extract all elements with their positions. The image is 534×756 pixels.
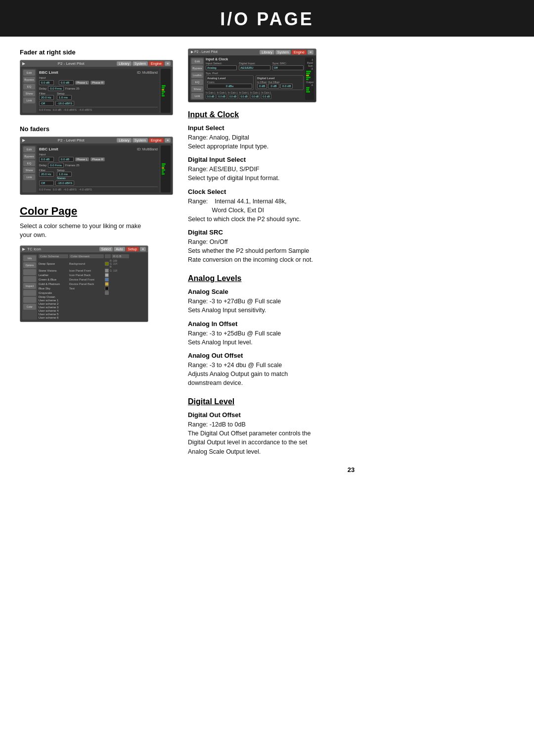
color-side-5[interactable]	[23, 290, 36, 296]
color-side-2[interactable]: Options	[23, 262, 36, 268]
sidebar-show[interactable]: Show	[23, 91, 35, 96]
io-doffset-value: 0.0 dB	[280, 84, 293, 89]
scheme-user5[interactable]: User scheme 5	[39, 313, 68, 316]
scheme-blue-sky[interactable]: Blue Sky	[39, 287, 68, 290]
color-side-3[interactable]	[23, 269, 36, 275]
sidebar-link-2[interactable]: Link	[23, 174, 35, 180]
scheme-deep-space[interactable]: Deep Space	[39, 262, 68, 265]
io-digital-label: Digital Input:	[239, 62, 270, 65]
nav-engine-1[interactable]: Engine	[149, 61, 164, 66]
nav-system-1[interactable]: System	[133, 61, 148, 66]
device-body-2: Edit Bypass EQ Show Link BBC Limit ID: M…	[20, 143, 173, 194]
swatch-6	[105, 286, 109, 290]
io-nav-engine[interactable]: Engine	[292, 50, 307, 54]
color-row-user3: User scheme 3	[39, 306, 146, 309]
color-row-user4: User scheme 4	[39, 309, 146, 312]
frames-label-2: Frames 25	[65, 164, 80, 167]
sidebar-edit[interactable]: Edit	[23, 70, 35, 76]
nav-fader-1[interactable]: ≡	[165, 61, 171, 66]
color-row-1: Deep Space Background R: 109G: 114B:	[39, 259, 146, 268]
scheme-user4[interactable]: User scheme 4	[39, 309, 68, 312]
color-side-4[interactable]	[23, 276, 36, 282]
sidebar-eq-2[interactable]: EQ	[23, 160, 35, 166]
nav-system-2[interactable]: System	[133, 138, 148, 142]
digital-input-range: Range: AES/EBU, S/PDIF	[188, 165, 514, 174]
sidebar-show-2[interactable]: Show	[23, 167, 35, 173]
nav-fader-2[interactable]: ≡	[165, 138, 171, 142]
color-side-1[interactable]: Info	[23, 255, 36, 261]
io-side-bypass[interactable]: Bypass	[191, 65, 203, 71]
io-side-show[interactable]: Show	[191, 86, 203, 92]
io-src-select[interactable]: Off	[272, 65, 304, 70]
device-id-1: ID: MultiBand	[137, 71, 158, 74]
meter2-bar-1	[162, 163, 166, 165]
color-fader-btn[interactable]: ≡	[140, 247, 146, 251]
off-val-2: Off	[39, 181, 54, 186]
device-title-bar-1: BBC Limit ID: MultiBand	[39, 70, 158, 75]
io-gain2-label: In Gain L	[217, 91, 226, 94]
sidebar-edit-2[interactable]: Edit	[23, 146, 35, 152]
scheme-user2[interactable]: User scheme 2	[39, 302, 68, 305]
clock-select-range2: Word Clock, Ext DI	[188, 206, 514, 215]
phase-btn-3[interactable]: Phase L	[75, 157, 89, 161]
io-side-loadlim[interactable]: Loudlim	[191, 72, 203, 78]
scheme-leather[interactable]: Leather	[39, 274, 68, 277]
status-delay-2: 0.0 Frms	[39, 188, 51, 191]
device-title-bar-2: BBC Limit ID: MultiBand	[39, 147, 158, 151]
nav-library-1[interactable]: Library	[117, 61, 131, 66]
phase-btn-1[interactable]: Phase L	[75, 81, 89, 85]
digital-out-range: Range: -12dB to 0dB	[188, 420, 514, 429]
color-side-6[interactable]	[23, 297, 36, 303]
color-row-7: Grayscale	[39, 291, 146, 295]
io-side-link[interactable]: Link	[191, 93, 203, 99]
sidebar-eq[interactable]: EQ	[23, 84, 35, 90]
io-syspref-label: Sys. Pref.	[206, 72, 304, 75]
io-gain5-val: 0.0 dB	[250, 94, 260, 99]
io-meter-4	[306, 77, 311, 78]
phase-btn-4[interactable]: Phase R	[90, 157, 105, 161]
color-setup-btn[interactable]: Setup	[126, 247, 139, 251]
sidebar-bypass-2[interactable]: Bypass	[23, 153, 35, 159]
scheme-user1[interactable]: User scheme 1	[39, 299, 68, 302]
meter2-bar-2	[162, 165, 165, 167]
device-val-2b: 0.0 dB	[59, 157, 74, 162]
color-select-btn[interactable]: Select	[99, 247, 113, 251]
io-input-select[interactable]: Analog	[206, 65, 237, 70]
scheme-deep-ocean[interactable]: Deep Ocean	[39, 295, 68, 298]
sidebar-bypass[interactable]: Bypass	[23, 77, 35, 83]
color-auto-btn[interactable]: Auto	[114, 247, 125, 251]
io-device-bar: ▶ P2 - Level Pilot Library System Engine…	[188, 49, 316, 55]
sidebar-link[interactable]: Link	[23, 97, 35, 103]
color-body: Info Options Inspect Color Color Scheme …	[20, 252, 148, 322]
io-digital-level-group: Digital Level In Offset 0 dB Out Offset …	[256, 75, 304, 90]
nav-library-2[interactable]: Library	[117, 138, 131, 142]
device-screenshot-2: ▶ P2 - Level Pilot Library System Engine…	[20, 137, 173, 195]
io-nav-fader[interactable]: ≡	[308, 50, 313, 54]
scheme-gold-platinum[interactable]: Gold & Platinum	[39, 283, 68, 285]
col-header-swatch	[105, 254, 111, 258]
io-side-edit[interactable]: Edit	[191, 58, 203, 64]
scheme-user3[interactable]: User scheme 3	[39, 306, 68, 309]
no-faders-section: No faders ▶ P2 - Level Pilot Library Sys…	[20, 125, 173, 195]
io-digital-select[interactable]: AES/EBU	[239, 65, 270, 70]
color-screenshot: ▶ TC Icon Select Auto Setup ≡ Info Optio…	[20, 245, 148, 322]
color-side-inspect[interactable]: Inspect	[23, 283, 36, 289]
phase-btn-2[interactable]: Phase R	[90, 81, 105, 85]
color-side-color[interactable]: Color	[23, 304, 36, 310]
scheme-stone-visions[interactable]: Stone Visions	[39, 269, 68, 272]
setup-group-2: Setup 1.0 ms Stereo	[57, 169, 72, 180]
io-nav-system[interactable]: System	[275, 50, 291, 54]
nav-engine-2[interactable]: Engine	[149, 138, 164, 142]
scheme-user6[interactable]: User scheme 6	[39, 316, 68, 319]
io-nav-library[interactable]: Library	[260, 50, 274, 54]
scheme-grayscale[interactable]: Grayscale	[39, 291, 68, 294]
clock-select-heading: Clock Select	[188, 188, 514, 195]
delay-label-1: Delay	[39, 87, 46, 90]
io-meter-7	[306, 89, 309, 91]
scheme-green-blue[interactable]: Green & Blue	[39, 278, 68, 281]
meter2-bar-5	[162, 171, 164, 173]
device-top-bar-2: ▶ P2 - Level Pilot Library System Engine…	[20, 137, 173, 143]
device-status-2: 0.0 Frms 0.0 dB -4.0 dBFS -4.0 dBFS	[39, 187, 158, 191]
io-side-eq[interactable]: EQ	[191, 79, 203, 85]
device-icon-2: ▶	[22, 138, 25, 142]
